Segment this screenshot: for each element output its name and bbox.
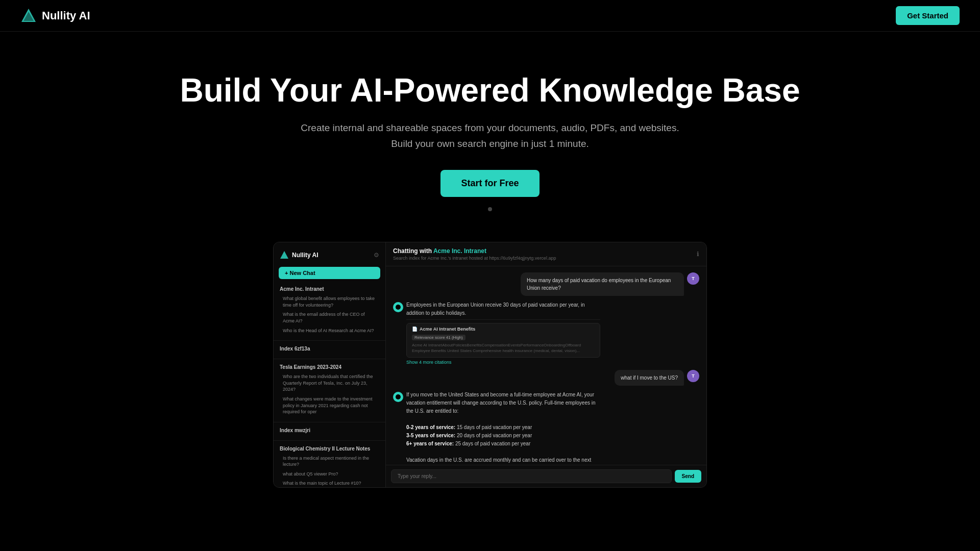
- sidebar-item[interactable]: What is the email address of the CEO of …: [280, 310, 379, 325]
- navbar: Nullity AI Get Started: [0, 0, 980, 32]
- sidebar-section-title-acme: Acme Inc. Intranet: [280, 286, 379, 292]
- sidebar-section-tesla: Tesla Earnings 2023-2024 Who are the two…: [274, 362, 385, 419]
- ai-text-1: Employees in the European Union receive …: [406, 301, 600, 317]
- sidebar-settings-icon[interactable]: ⚙: [374, 252, 379, 259]
- hero-title: Build Your AI-Powered Knowledge Base: [20, 72, 960, 108]
- sidebar-item[interactable]: What is the main topic of Lecture #10?: [280, 479, 379, 487]
- divider: [406, 319, 600, 320]
- sidebar-item[interactable]: what about Q5 viewer Pro?: [280, 469, 379, 479]
- sidebar-item[interactable]: Who is the Head of AI Research at Acme A…: [280, 326, 379, 336]
- ai-avatar-2: [393, 392, 403, 402]
- chat-input[interactable]: [391, 469, 672, 483]
- get-started-button[interactable]: Get Started: [896, 6, 960, 25]
- user-bubble-2: what if I move to the US?: [615, 370, 684, 386]
- new-chat-button[interactable]: + New Chat: [279, 267, 380, 279]
- sidebar-section-title-index: Index 6zf13a: [280, 346, 379, 352]
- sidebar-item[interactable]: Is there a medical aspect mentioned in t…: [280, 454, 379, 469]
- citation-title-1: 📄 Acme AI Intranet Benefits: [412, 327, 595, 332]
- citation-doc-icon: 📄: [412, 327, 418, 332]
- send-button[interactable]: Send: [675, 470, 701, 483]
- citation-text-1: Acme AI IntranetAboutPoliciesBenefitsCom…: [412, 342, 595, 354]
- hero-section: Build Your AI-Powered Knowledge Base Cre…: [0, 32, 980, 232]
- chat-main: Chatting with Acme Inc. Intranet Search …: [386, 242, 706, 487]
- chat-title-prefix: Chatting with: [393, 247, 432, 255]
- chat-title: Chatting with Acme Inc. Intranet: [393, 247, 556, 255]
- logo-area: Nullity AI: [20, 8, 90, 24]
- sidebar-section-mwzjri: Index mwzjri: [274, 425, 385, 437]
- sidebar-section-bio: Biological Chemistry II Lecture Notes Is…: [274, 444, 385, 487]
- user-bubble-1: How many days of paid vacation do employ…: [521, 272, 684, 296]
- hero-subtitle: Create internal and shareable spaces fro…: [291, 120, 689, 152]
- sidebar-section-title-mwzjri: Index mwzjri: [280, 428, 379, 433]
- sidebar-item[interactable]: What changes were made to the investment…: [280, 394, 379, 417]
- user-avatar-2: T: [687, 370, 699, 382]
- svg-marker-2: [280, 251, 288, 259]
- sidebar-section-title-tesla: Tesla Earnings 2023-2024: [280, 364, 379, 370]
- sidebar-divider: [274, 359, 385, 359]
- sidebar-item[interactable]: Who are the two individuals that certifi…: [280, 372, 379, 394]
- ai-text-2: If you move to the United States and bec…: [406, 391, 600, 465]
- chat-header: Chatting with Acme Inc. Intranet Search …: [386, 242, 706, 266]
- hero-dot-decoration: [488, 207, 492, 211]
- chat-settings-icon[interactable]: ℹ: [697, 251, 699, 258]
- sidebar-logo-icon: [280, 251, 289, 260]
- sidebar-divider: [274, 440, 385, 441]
- ai-content-1: Employees in the European Union receive …: [406, 301, 600, 364]
- ai-avatar-1: [393, 302, 403, 312]
- chat-messages: How many days of paid vacation do employ…: [386, 266, 706, 465]
- user-avatar-1: T: [687, 272, 699, 285]
- sidebar-header: Nullity AI ⚙: [274, 247, 385, 265]
- citation-box-1: 📄 Acme AI Intranet Benefits Relevance sc…: [406, 323, 600, 357]
- sidebar-section-acme: Acme Inc. Intranet What global benefit a…: [274, 284, 385, 337]
- citation-badge-1: Relevance score 41 (High): [412, 335, 465, 340]
- user-message-1: How many days of paid vacation do employ…: [393, 272, 699, 296]
- start-free-button[interactable]: Start for Free: [440, 170, 539, 197]
- sidebar-section-title-bio: Biological Chemistry II Lecture Notes: [280, 446, 379, 452]
- user-message-2: what if I move to the US? T: [393, 370, 699, 386]
- chat-title-highlight: Acme Inc. Intranet: [433, 247, 486, 255]
- ai-content-2: If you move to the United States and bec…: [406, 391, 600, 465]
- brand-name: Nullity AI: [42, 9, 90, 22]
- sidebar: Nullity AI ⚙ + New Chat Acme Inc. Intran…: [274, 242, 386, 487]
- chat-subtitle: Search index for Acme Inc.'s intranet ho…: [393, 256, 556, 261]
- sidebar-divider: [274, 340, 385, 341]
- ai-message-2: If you move to the United States and bec…: [393, 391, 699, 465]
- show-more-citations-1[interactable]: Show 4 more citations: [406, 360, 600, 365]
- logo-icon: [20, 8, 37, 24]
- chat-input-bar: Send: [386, 465, 706, 487]
- sidebar-divider: [274, 422, 385, 422]
- sidebar-brand: Nullity AI: [292, 252, 318, 259]
- app-preview: Nullity AI ⚙ + New Chat Acme Inc. Intran…: [273, 242, 707, 488]
- sidebar-section-index: Index 6zf13a: [274, 344, 385, 356]
- sidebar-item[interactable]: What global benefit allows employees to …: [280, 294, 379, 310]
- ai-message-1: Employees in the European Union receive …: [393, 301, 699, 364]
